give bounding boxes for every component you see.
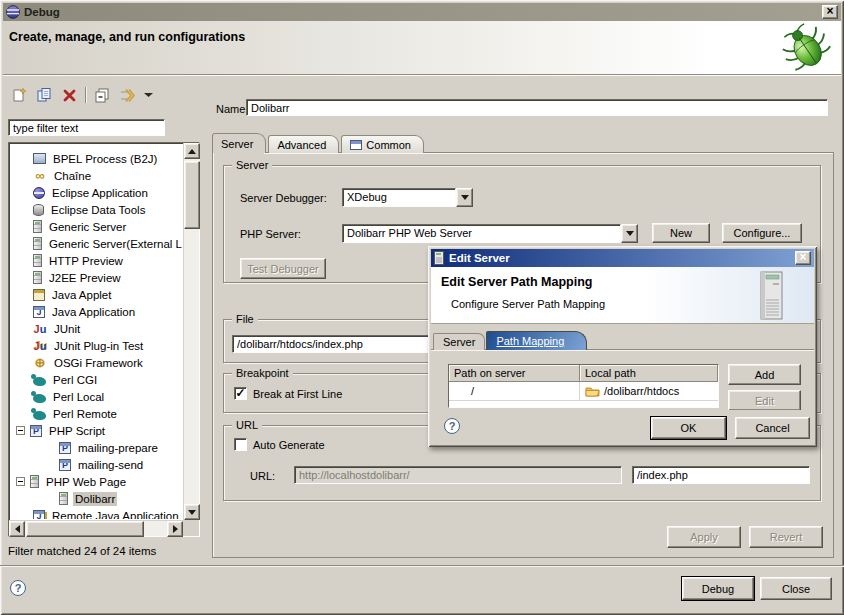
close-button[interactable]: Close xyxy=(760,577,832,600)
horizontal-scroll-thumb[interactable] xyxy=(26,521,144,537)
scroll-right-button[interactable] xyxy=(167,521,183,537)
header-banner: Create, manage, and run configurations xyxy=(3,21,841,75)
tree-item-junit[interactable]: JUnit xyxy=(11,320,182,337)
debug-button[interactable]: Debug xyxy=(682,577,754,600)
combo-dropdown-button[interactable] xyxy=(456,188,473,207)
url-path-input[interactable] xyxy=(632,466,810,484)
vertical-scroll-thumb[interactable] xyxy=(184,161,200,229)
dialog-tab-server[interactable]: Server xyxy=(433,333,485,350)
php-icon xyxy=(59,442,71,454)
bpel-icon xyxy=(33,153,46,164)
dialog-heading: Edit Server Path Mapping xyxy=(441,275,592,289)
tree-item-osgi-framework[interactable]: OSGi Framework xyxy=(11,354,182,371)
dialog-close-button[interactable]: × xyxy=(795,251,811,265)
tree-item-junit-plugin-test[interactable]: JUnit Plug-in Test xyxy=(11,337,182,354)
new-config-icon xyxy=(11,87,27,103)
new-server-button[interactable]: New xyxy=(652,223,710,243)
arrow-up-icon xyxy=(188,145,196,154)
combo-dropdown-button[interactable] xyxy=(621,224,638,243)
tree-item-php-web-page[interactable]: PHP Web Page xyxy=(11,473,182,490)
dialog-help-icon[interactable] xyxy=(444,418,460,434)
tab-server[interactable]: Server xyxy=(212,133,266,153)
apply-button[interactable]: Apply xyxy=(667,526,741,548)
name-label: Name: xyxy=(216,103,248,115)
auto-generate-checkbox[interactable] xyxy=(234,438,247,451)
scroll-left-button[interactable] xyxy=(9,521,25,537)
config-tabs: Server Advanced Common xyxy=(212,133,424,153)
tree-item-eclipse-data-tools[interactable]: Eclipse Data Tools xyxy=(11,201,182,218)
tree-item-j2ee-preview[interactable]: J2EE Preview xyxy=(11,269,182,286)
tree-item-generic-server[interactable]: Generic Server xyxy=(11,218,182,235)
new-configuration-button[interactable] xyxy=(10,86,28,104)
edit-server-dialog: Edit Server × Edit Server Path Mapping C… xyxy=(428,246,817,447)
configure-server-button[interactable]: Configure... xyxy=(722,223,802,243)
auto-generate-label: Auto Generate xyxy=(253,439,325,451)
tree-item-http-preview[interactable]: HTTP Preview xyxy=(11,252,182,269)
ok-button[interactable]: OK xyxy=(651,417,726,439)
tree-item-generic-server-external[interactable]: Generic Server(External La xyxy=(11,235,182,252)
dialog-title: Edit Server xyxy=(449,252,510,264)
delete-icon xyxy=(62,88,77,103)
help-icon[interactable] xyxy=(10,580,26,596)
filter-icon xyxy=(119,88,136,103)
cancel-button[interactable]: Cancel xyxy=(735,417,810,439)
collapse-toggle-icon[interactable] xyxy=(16,477,25,486)
tree-item-mailing-prepare[interactable]: mailing-prepare xyxy=(11,439,182,456)
add-mapping-button[interactable]: Add xyxy=(728,364,801,385)
table-icon xyxy=(350,140,362,150)
filter-launch-configurations-button[interactable] xyxy=(118,86,136,104)
folder-icon xyxy=(585,385,600,397)
osgi-icon xyxy=(33,356,47,370)
tree-item-perl-cgi[interactable]: Perl CGI xyxy=(11,371,182,388)
tree-item-chaine[interactable]: Chaîne xyxy=(11,167,182,184)
tree-item-bpel[interactable]: BPEL Process (B2J) xyxy=(11,150,182,167)
php-server-combo[interactable]: Dolibarr PHP Web Server xyxy=(342,224,638,243)
server-debugger-combo[interactable]: XDebug xyxy=(342,188,473,207)
revert-button[interactable]: Revert xyxy=(749,526,823,548)
scroll-up-button[interactable] xyxy=(184,143,200,159)
break-first-line-checkbox[interactable] xyxy=(234,387,247,400)
collapse-all-button[interactable] xyxy=(93,86,111,104)
tab-common[interactable]: Common xyxy=(341,135,424,153)
php-icon xyxy=(59,459,71,471)
name-input[interactable] xyxy=(246,99,828,116)
edit-mapping-button[interactable]: Edit xyxy=(728,390,801,410)
tree-item-java-applet[interactable]: Java Applet xyxy=(11,286,182,303)
junit-icon xyxy=(33,322,47,336)
test-debugger-button[interactable]: Test Debugger xyxy=(240,258,326,279)
breakpoint-group-legend: Breakpoint xyxy=(232,367,293,379)
tree-item-dolibarr[interactable]: Dolibarr xyxy=(11,490,182,507)
tree-item-java-application[interactable]: Java Application xyxy=(11,303,182,320)
server-icon xyxy=(33,237,42,250)
tab-advanced[interactable]: Advanced xyxy=(268,135,339,153)
filter-input[interactable] xyxy=(8,119,165,136)
duplicate-configuration-button[interactable] xyxy=(35,86,53,104)
tree-item-perl-local[interactable]: Perl Local xyxy=(11,388,182,405)
dialog-titlebar[interactable]: Edit Server × xyxy=(431,249,814,267)
scroll-down-button[interactable] xyxy=(184,504,200,520)
break-first-line-row: Break at First Line xyxy=(234,387,342,400)
duplicate-icon xyxy=(36,87,52,103)
dialog-tab-path-mapping[interactable]: Path Mapping xyxy=(486,331,587,350)
column-path-on-server[interactable]: Path on server xyxy=(449,365,580,382)
url-base-input xyxy=(294,466,622,484)
tree-item-perl-remote[interactable]: Perl Remote xyxy=(11,405,182,422)
collapse-toggle-icon[interactable] xyxy=(16,426,25,435)
server-icon xyxy=(33,254,42,267)
window-titlebar[interactable]: Debug × xyxy=(3,3,841,21)
window-close-button[interactable]: × xyxy=(822,5,838,19)
column-local-path[interactable]: Local path xyxy=(580,365,718,382)
cell-path-on-server: / xyxy=(449,382,580,400)
dropdown-arrow-icon xyxy=(626,231,634,240)
tree-vertical-scrollbar[interactable] xyxy=(183,143,199,520)
tree-item-remote-java-application[interactable]: Remote Java Application xyxy=(11,507,182,519)
table-row[interactable]: / /dolibarr/htdocs xyxy=(449,382,718,400)
tree-item-php-script[interactable]: PHP Script xyxy=(11,422,182,439)
tree-horizontal-scrollbar[interactable] xyxy=(9,520,183,536)
tree-item-eclipse-application[interactable]: Eclipse Application xyxy=(11,184,182,201)
toolbar-menu-dropdown[interactable] xyxy=(143,86,153,104)
server-icon xyxy=(59,492,68,505)
delete-configuration-button[interactable] xyxy=(60,86,78,104)
server-group-legend: Server xyxy=(232,159,272,171)
tree-item-mailing-send[interactable]: mailing-send xyxy=(11,456,182,473)
